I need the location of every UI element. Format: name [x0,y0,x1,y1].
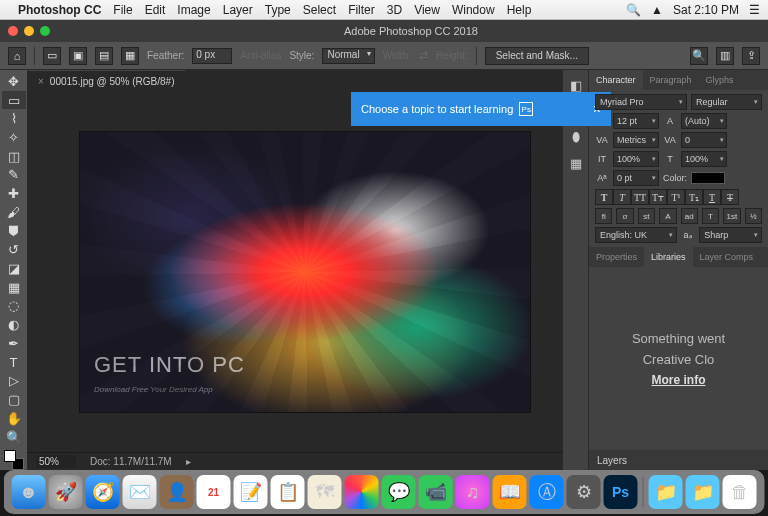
path-select-tool-icon[interactable]: ▷ [2,372,26,391]
history-brush-tool-icon[interactable]: ↺ [2,240,26,259]
dock-downloads-icon[interactable]: 📁 [686,475,720,509]
tab-layer-comps[interactable]: Layer Comps [693,247,761,267]
tab-character[interactable]: Character [589,70,643,90]
brush-tool-icon[interactable]: 🖌 [2,203,26,222]
menu-image[interactable]: Image [177,3,210,17]
layers-panel-header[interactable]: Layers [589,450,768,470]
dock-finder-icon[interactable]: ☻ [12,475,46,509]
gradient-tool-icon[interactable]: ▦ [2,278,26,297]
hscale-input[interactable]: 100% [681,151,727,167]
dodge-tool-icon[interactable]: ◐ [2,315,26,334]
dock-folder-icon[interactable]: 📁 [649,475,683,509]
ot-stylistic-button[interactable]: ad [681,208,698,224]
subscript-button[interactable]: T₁ [685,189,703,205]
tracking-input[interactable]: 0 [681,132,727,148]
font-family-dropdown[interactable]: Myriad Pro [595,94,687,110]
dock-preferences-icon[interactable]: ⚙ [567,475,601,509]
ot-discretionary-button[interactable]: st [638,208,655,224]
menu-layer[interactable]: Layer [223,3,253,17]
type-tool-icon[interactable]: T [2,353,26,372]
selection-intersect-icon[interactable]: ▦ [121,47,139,65]
allcaps-button[interactable]: TT [631,189,649,205]
menu-3d[interactable]: 3D [387,3,402,17]
dock-ibooks-icon[interactable]: 📖 [493,475,527,509]
canvas-image[interactable]: GET INTO PC Download Free Your Desired A… [80,132,530,412]
dock-notes-icon[interactable]: 📝 [234,475,268,509]
dock-appstore-icon[interactable]: Ⓐ [530,475,564,509]
dock-facetime-icon[interactable]: 📹 [419,475,453,509]
vscale-input[interactable]: 100% [613,151,659,167]
selection-new-icon[interactable]: ▭ [43,47,61,65]
stamp-tool-icon[interactable]: ⛊ [2,222,26,241]
menu-view[interactable]: View [414,3,440,17]
baseline-input[interactable]: 0 pt [613,170,659,186]
menu-type[interactable]: Type [265,3,291,17]
underline-button[interactable]: T [703,189,721,205]
notification-center-icon[interactable]: ☰ [749,3,760,17]
adjustments-panel-icon[interactable]: ⬮ [567,128,585,146]
dock-photoshop-icon[interactable]: Ps [604,475,638,509]
close-tab-icon[interactable]: × [38,76,44,87]
share-icon[interactable]: ⇪ [742,47,760,65]
zoom-window-button[interactable] [40,26,50,36]
healing-tool-icon[interactable]: ✚ [2,184,26,203]
color-swatches[interactable] [4,450,24,470]
spotlight-icon[interactable]: 🔍 [626,3,641,17]
blur-tool-icon[interactable]: ◌ [2,297,26,316]
menu-edit[interactable]: Edit [145,3,166,17]
doc-info-chevron-icon[interactable]: ▸ [186,456,191,467]
tab-glyphs[interactable]: Glyphs [699,70,741,90]
leading-input[interactable]: (Auto) [681,113,727,129]
dock-contacts-icon[interactable]: 👤 [160,475,194,509]
styles-panel-icon[interactable]: ▦ [567,154,585,172]
tab-paragraph[interactable]: Paragraph [643,70,699,90]
selection-add-icon[interactable]: ▣ [69,47,87,65]
document-tab[interactable]: × 00015.jpg @ 50% (RGB/8#) [28,70,185,92]
dock-reminders-icon[interactable]: 📋 [271,475,305,509]
menu-window[interactable]: Window [452,3,495,17]
strikethrough-button[interactable]: T [721,189,739,205]
dock-calendar-icon[interactable]: 21 [197,475,231,509]
marquee-tool-icon[interactable]: ▭ [2,91,26,110]
select-and-mask-button[interactable]: Select and Mask... [485,47,589,65]
foreground-color-swatch[interactable] [4,450,16,462]
style-dropdown[interactable]: Normal [322,48,374,64]
dock-launchpad-icon[interactable]: 🚀 [49,475,83,509]
font-style-dropdown[interactable]: Regular [691,94,762,110]
dock-mail-icon[interactable]: ✉️ [123,475,157,509]
faux-italic-button[interactable]: T [613,189,631,205]
libraries-more-info-link[interactable]: More info [652,373,706,387]
ot-titling-button[interactable]: T [702,208,719,224]
kerning-input[interactable]: Metrics [613,132,659,148]
ot-ligatures-button[interactable]: fi [595,208,612,224]
menu-select[interactable]: Select [303,3,336,17]
dock-messages-icon[interactable]: 💬 [382,475,416,509]
faux-bold-button[interactable]: T [595,189,613,205]
superscript-button[interactable]: T¹ [667,189,685,205]
tab-libraries[interactable]: Libraries [644,247,693,267]
quick-select-tool-icon[interactable]: ✧ [2,128,26,147]
antialias-dropdown[interactable]: Sharp [699,227,762,243]
smallcaps-button[interactable]: Tᴛ [649,189,667,205]
pen-tool-icon[interactable]: ✒ [2,334,26,353]
canvas-stage[interactable]: GET INTO PC Download Free Your Desired A… [28,92,562,452]
shape-tool-icon[interactable]: ▢ [2,390,26,409]
minimize-window-button[interactable] [24,26,34,36]
wifi-icon[interactable]: ▲ [651,3,663,17]
dock-safari-icon[interactable]: 🧭 [86,475,120,509]
move-tool-icon[interactable]: ✥ [2,72,26,91]
home-icon[interactable]: ⌂ [8,47,26,65]
zoom-tool-icon[interactable]: 🔍 [2,428,26,447]
text-color-swatch[interactable] [691,172,725,184]
font-size-input[interactable]: 12 pt [613,113,659,129]
zoom-input[interactable] [36,455,76,468]
eraser-tool-icon[interactable]: ◪ [2,259,26,278]
dock-maps-icon[interactable]: 🗺 [308,475,342,509]
tab-properties[interactable]: Properties [589,247,644,267]
dock-trash-icon[interactable]: 🗑 [723,475,757,509]
selection-subtract-icon[interactable]: ▤ [95,47,113,65]
hand-tool-icon[interactable]: ✋ [2,409,26,428]
search-icon[interactable]: 🔍 [690,47,708,65]
menubar-clock[interactable]: Sat 2:10 PM [673,3,739,17]
ot-swash-button[interactable]: A [659,208,676,224]
